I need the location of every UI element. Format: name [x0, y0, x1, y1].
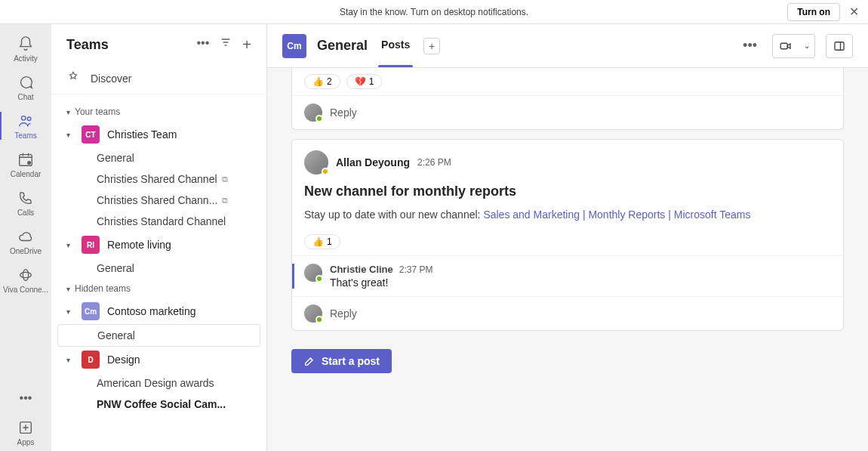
team-name: Christies Team [107, 128, 177, 141]
avatar [304, 150, 328, 175]
rail-calls[interactable]: Calls [0, 184, 51, 221]
caret-down-icon: ▾ [66, 285, 70, 293]
team-avatar: Rl [82, 236, 100, 254]
reply-button[interactable]: Reply [292, 95, 843, 129]
team-name: Remote living [107, 239, 171, 251]
app-rail: Activity Chat Teams Calendar Calls OneDr… [0, 24, 51, 451]
svg-rect-5 [780, 43, 787, 49]
svg-rect-6 [835, 42, 844, 50]
shared-channel-icon: ⧉ [222, 175, 228, 184]
reaction-pill[interactable]: 💔1 [346, 74, 383, 89]
channel-header: Cm General Posts + ••• ⌄ [267, 24, 868, 68]
add-icon[interactable]: + [242, 36, 251, 54]
notification-actions: Turn on ✕ [787, 2, 862, 22]
team-row-remote[interactable]: ▾ Rl Remote living [57, 232, 260, 258]
phone-icon [17, 189, 35, 207]
cloud-icon [17, 227, 35, 246]
rail-more-icon[interactable]: ••• [12, 384, 40, 412]
content-area: Cm General Posts + ••• ⌄ 👍2 💔1 [267, 24, 868, 451]
meet-dropdown-button[interactable]: ⌄ [799, 34, 815, 58]
reactions-row: 👍1 [292, 228, 843, 255]
reactions-row: 👍2 💔1 [292, 68, 843, 95]
post-title: New channel for monthly reports [292, 178, 843, 205]
avatar [304, 103, 322, 122]
reply-text: That's great! [330, 276, 433, 289]
caret-down-icon: ▾ [66, 108, 70, 116]
svg-point-0 [22, 116, 26, 121]
teams-header: Teams ••• + [51, 24, 266, 63]
more-icon[interactable]: ••• [197, 36, 210, 54]
channel-row-selected[interactable]: General [57, 324, 260, 347]
reaction-pill[interactable]: 👍1 [304, 234, 340, 249]
team-row-christies[interactable]: ▾ CT Christies Team [57, 122, 260, 147]
hidden-teams-section[interactable]: ▾ Hidden teams [57, 279, 260, 298]
teams-panel: Teams ••• + Discover ▾ Your teams ▾ CT C… [51, 24, 267, 451]
avatar [304, 264, 322, 282]
post-header: Allan Deyoung 2:26 PM [292, 140, 843, 178]
team-row-design[interactable]: ▾ D Design [57, 347, 260, 372]
svg-point-3 [28, 162, 31, 165]
apps-icon [17, 419, 35, 437]
chat-icon [17, 73, 35, 91]
rail-apps[interactable]: Apps [0, 414, 51, 451]
post-body: Stay up to date with our new channel: Sa… [292, 205, 843, 228]
tab-posts[interactable]: Posts [378, 39, 413, 54]
reply-timestamp: 2:37 PM [399, 264, 433, 275]
add-tab-button[interactable]: + [423, 38, 440, 54]
channel-link[interactable]: Sales and Marketing | Monthly Reports | … [483, 209, 750, 221]
team-avatar: Cm [82, 302, 100, 320]
channel-row[interactable]: PNW Coffee Social Cam... [57, 394, 260, 415]
channel-row[interactable]: Christies Shared Channel⧉ [57, 168, 260, 190]
rail-activity[interactable]: Activity [0, 30, 51, 67]
channel-title: General [317, 38, 368, 54]
bell-icon [17, 35, 35, 53]
channel-more-icon[interactable]: ••• [738, 38, 762, 54]
reply-author: Christie Cline [330, 264, 393, 275]
caret-down-icon: ▾ [66, 241, 74, 249]
reply-button[interactable]: Reply [292, 296, 843, 330]
start-post-button[interactable]: Start a post [291, 349, 392, 373]
channel-row[interactable]: Christies Shared Chann...⧉ [57, 190, 260, 211]
caret-down-icon: ▾ [66, 356, 74, 364]
rail-teams[interactable]: Teams [0, 107, 51, 144]
message-card: Allan Deyoung 2:26 PM New channel for mo… [291, 139, 844, 331]
rail-viva[interactable]: Viva Conne... [0, 261, 51, 298]
notification-bar: Stay in the know. Turn on desktop notifi… [0, 0, 868, 24]
caret-down-icon: ▾ [66, 131, 74, 139]
compose-icon [303, 355, 315, 367]
open-panel-button[interactable] [826, 34, 853, 58]
discover-icon [66, 70, 80, 86]
svg-point-1 [27, 117, 31, 121]
teams-title: Teams [66, 37, 197, 53]
team-row-contoso[interactable]: ▾ Cm Contoso marketing [57, 298, 260, 324]
rail-chat[interactable]: Chat [0, 69, 51, 106]
avatar [304, 304, 322, 323]
meet-button[interactable] [772, 34, 799, 58]
channel-row[interactable]: General [57, 147, 260, 168]
team-name: Design [107, 354, 140, 366]
posts-scroll[interactable]: 👍2 💔1 Reply Allan Deyoung 2:26 PM New ch… [267, 68, 868, 451]
caret-down-icon: ▾ [66, 307, 74, 316]
rail-onedrive[interactable]: OneDrive [0, 223, 51, 260]
channel-avatar: Cm [282, 34, 306, 58]
your-teams-section[interactable]: ▾ Your teams [57, 102, 260, 122]
team-avatar: CT [82, 125, 100, 144]
teams-icon [17, 112, 35, 130]
filter-icon[interactable] [220, 36, 232, 54]
viva-icon [17, 266, 35, 284]
thread-reply: Christie Cline 2:37 PM That's great! [292, 255, 843, 296]
channel-row[interactable]: General [57, 258, 260, 279]
shared-channel-icon: ⧉ [222, 196, 228, 205]
channel-row[interactable]: American Design awards [57, 372, 260, 394]
rail-calendar[interactable]: Calendar [0, 146, 51, 183]
reaction-pill[interactable]: 👍2 [304, 74, 340, 89]
post-author: Allan Deyoung [336, 156, 410, 168]
channel-row[interactable]: Christies Standard Channel [57, 211, 260, 232]
calendar-icon [17, 150, 35, 168]
turn-on-button[interactable]: Turn on [787, 3, 840, 21]
post-timestamp: 2:26 PM [417, 157, 451, 168]
close-icon[interactable]: ✕ [846, 2, 862, 22]
teams-tree: ▾ Your teams ▾ CT Christies Team General… [51, 94, 266, 451]
team-avatar: D [82, 351, 100, 369]
discover-row[interactable]: Discover [51, 63, 266, 94]
